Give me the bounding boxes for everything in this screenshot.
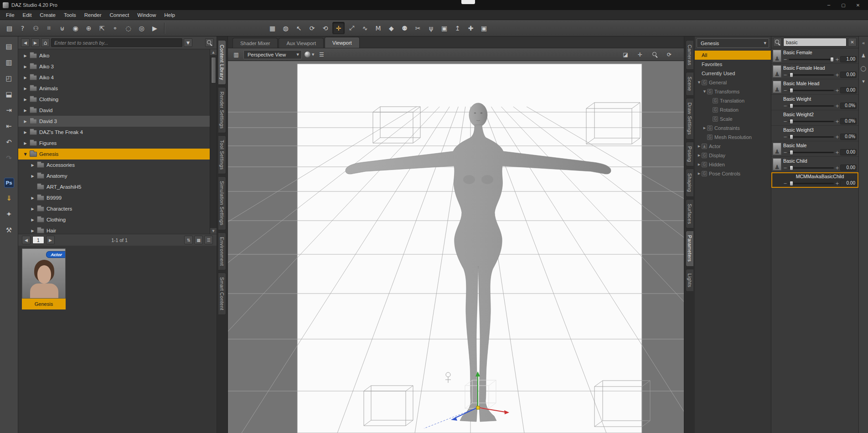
param-value[interactable]: 0.00 — [840, 72, 857, 78]
collapse-icon[interactable]: ▼ — [697, 81, 702, 84]
tree-item-animals[interactable]: ▶Animals — [18, 83, 210, 94]
tab-surfaces[interactable]: Surfaces — [686, 199, 693, 229]
param-value[interactable]: 0.0% — [840, 134, 857, 140]
tree-item-art-arashih5[interactable]: ART_ArashiH5 — [18, 181, 210, 192]
param-value[interactable]: 1.00 — [840, 56, 857, 62]
tree-item-b9999[interactable]: ▶B9999 — [18, 192, 210, 203]
menu-help[interactable]: Help — [160, 11, 179, 19]
joint-icon[interactable]: ⚬ — [109, 22, 121, 34]
expand-icon[interactable]: ▶ — [29, 229, 36, 233]
tab-cameras[interactable]: Cameras — [686, 40, 693, 70]
scene-nav-item-currently-used[interactable]: Currently Used — [695, 69, 771, 78]
clear-search-button[interactable]: ✕ — [848, 38, 857, 46]
tab-tool-settings[interactable]: Tool Settings — [218, 135, 226, 174]
increment-button[interactable]: + — [835, 134, 839, 139]
pane-layout-icon[interactable]: ▥ — [232, 50, 241, 59]
target-icon[interactable]: ◎ — [135, 22, 148, 34]
page-number-field[interactable]: 1 — [32, 236, 44, 244]
pin-icon[interactable]: ⊕ — [83, 22, 95, 34]
photoshop-bridge-icon[interactable]: Ps — [4, 178, 14, 188]
expand-icon[interactable]: ▶ — [29, 163, 36, 167]
expand-icon[interactable]: ▶ — [29, 218, 36, 222]
slider-handle[interactable] — [790, 88, 793, 93]
camera-selector[interactable]: Perspective View ▼ — [243, 50, 302, 59]
shading-style-button[interactable]: ▼ — [305, 50, 314, 59]
slider-handle[interactable] — [790, 181, 793, 186]
orbit-tool-icon[interactable]: ⟲ — [319, 22, 331, 34]
expand-icon[interactable]: ▶ — [22, 119, 29, 124]
slider-handle[interactable] — [790, 165, 793, 170]
menu-window[interactable]: Window — [133, 11, 160, 19]
param-slider[interactable] — [789, 59, 834, 60]
slider-handle[interactable] — [790, 134, 793, 139]
nav-back-button[interactable]: ◀ — [21, 38, 30, 47]
param-slider[interactable] — [789, 74, 834, 76]
param-slider[interactable] — [789, 121, 834, 122]
camera-icon[interactable]: ▣ — [478, 22, 490, 34]
scene-nav-item-scale[interactable]: GScale — [695, 114, 771, 124]
tree-item-anatomy[interactable]: ▶Anatomy — [18, 170, 210, 181]
increment-button[interactable]: + — [835, 181, 839, 186]
scene-3d-view[interactable] — [228, 61, 684, 433]
increment-button[interactable]: + — [835, 150, 839, 155]
param-value[interactable]: 0.00 — [840, 149, 857, 155]
expand-icon[interactable]: ▶ — [697, 144, 702, 148]
tab-parameters[interactable]: Parameters — [686, 231, 693, 266]
scene-nav-item-all[interactable]: All — [695, 51, 771, 60]
menu-render[interactable]: Render — [80, 11, 106, 19]
arrow-export-icon[interactable]: ⇱ — [96, 22, 108, 34]
download-icon[interactable]: ⇓ — [4, 193, 15, 204]
axes-icon[interactable]: ✛ — [636, 50, 645, 59]
decrement-button[interactable]: − — [783, 103, 787, 108]
param-slider[interactable] — [789, 136, 834, 138]
tree-item-aiko-3[interactable]: ▶Aiko 3 — [18, 61, 210, 72]
new-file-icon[interactable]: ▤ — [4, 41, 15, 52]
param-slider[interactable] — [789, 152, 834, 153]
expand-icon[interactable]: ▶ — [22, 76, 29, 80]
menu-create[interactable]: Create — [36, 11, 60, 19]
decrement-button[interactable]: − — [783, 181, 787, 186]
tab-render-settings[interactable]: Render Settings — [218, 87, 226, 133]
search-options-dropdown[interactable]: ▼ — [184, 38, 192, 47]
expand-icon[interactable]: ▶ — [29, 196, 36, 200]
decrement-button[interactable]: − — [783, 72, 787, 77]
collapse-icon[interactable]: ▼ — [22, 152, 29, 156]
nav-forward-button[interactable]: ▶ — [31, 38, 40, 47]
scrollbar-thumb[interactable] — [211, 57, 216, 83]
grid-view-icon[interactable]: ▦ — [194, 236, 203, 244]
pointer-tool-icon[interactable]: ↖ — [293, 22, 305, 34]
collapse-chevrons-icon[interactable]: « — [862, 40, 865, 46]
content-pane-icon[interactable]: ▤ — [3, 22, 16, 34]
tab-environment[interactable]: Environment — [218, 232, 226, 270]
magnet-icon[interactable]: ⊎ — [56, 22, 68, 34]
maximize-button[interactable]: ▢ — [836, 0, 851, 10]
tab-simulation-settings[interactable]: Simulation Settings — [218, 176, 226, 230]
slider-handle[interactable] — [790, 72, 793, 77]
scissors-icon[interactable]: ✂ — [412, 22, 424, 34]
menu-file[interactable]: File — [2, 11, 19, 19]
increment-button[interactable]: + — [835, 119, 839, 124]
param-slider[interactable] — [789, 167, 834, 169]
figure-group-icon[interactable]: ⚇ — [30, 22, 42, 34]
scene-nav-item-rotation[interactable]: GRotation — [695, 105, 771, 114]
scene-nav-item-transforms[interactable]: ▼GTransforms — [695, 87, 771, 96]
tab-lights[interactable]: Lights — [686, 269, 693, 292]
home-button[interactable]: ⌂ — [41, 38, 50, 47]
menu-tools[interactable]: Tools — [60, 11, 80, 19]
expand-icon[interactable]: ▶ — [29, 174, 36, 178]
scene-nav-item-translation[interactable]: GTranslation — [695, 96, 771, 105]
scale-tool-icon[interactable]: ⤢ — [346, 22, 358, 34]
viewport-tab-shader-mixer[interactable]: Shader Mixer — [232, 38, 278, 48]
tree-item-aiko[interactable]: ▶Aiko — [18, 50, 210, 61]
expand-icon[interactable]: ▶ — [29, 207, 36, 211]
param-search-button[interactable] — [773, 38, 782, 46]
package-icon[interactable]: ◰ — [4, 73, 15, 84]
expand-icon[interactable]: ▶ — [697, 163, 702, 166]
scene-nav-item-favorites[interactable]: Favorites — [695, 60, 771, 69]
scroll-up-icon[interactable]: ▲ — [210, 49, 217, 56]
sphere-icon[interactable]: ◯ — [861, 66, 866, 72]
viewport-tab-viewport[interactable]: Viewport — [325, 37, 360, 48]
viewport-tab-aux-viewport[interactable]: Aux Viewport — [279, 38, 324, 48]
expand-icon[interactable]: ▶ — [702, 126, 707, 130]
param-value[interactable]: 0.00 — [840, 87, 857, 93]
